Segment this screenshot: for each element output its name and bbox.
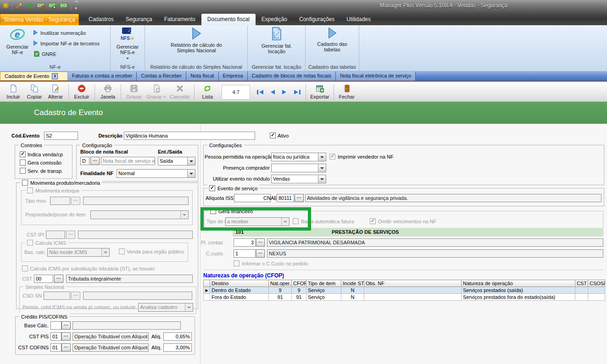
cell-csosn[interactable] <box>588 294 605 301</box>
tab-contas-a-receber[interactable]: Contas a Receber <box>137 72 186 81</box>
movimenta-produto-checkbox[interactable] <box>22 180 28 186</box>
cell-natureza[interactable]: Serviços prestados (saída) <box>462 287 575 294</box>
propriedade-select[interactable] <box>90 210 189 219</box>
ribbon-app-tab[interactable]: Sistema Vendas - Segurança <box>0 14 79 25</box>
tab-empresa[interactable]: Empresa <box>219 72 248 81</box>
previous-record-button[interactable] <box>266 88 278 97</box>
pl-contas-lookup-button[interactable]: ··· <box>256 238 265 247</box>
qat-dropdown-icon[interactable]: ▔▾ <box>75 1 78 11</box>
cell-tipo-item[interactable]: Serviço <box>306 287 341 294</box>
imprimir-vendedor-checkbox[interactable] <box>329 154 335 160</box>
utilizar-modulo-select[interactable]: Vendas <box>271 175 326 183</box>
cell-destino[interactable]: Fora do Estado <box>210 294 269 301</box>
ribbon-tab-expedicao[interactable]: Expedição <box>256 14 293 25</box>
cell-incide-st[interactable]: N <box>341 287 364 294</box>
cancelar-button[interactable]: Cancelar <box>168 83 192 101</box>
cell-destino[interactable]: Dentro do Estado <box>210 287 269 294</box>
cnae-lookup-button[interactable]: ··· <box>295 194 304 202</box>
refresh-icon[interactable] <box>26 2 33 10</box>
alterar-button[interactable]: Alterar <box>45 83 66 101</box>
cell-cfop[interactable]: 9 <box>292 287 306 294</box>
tab-cadastro-blocos-notas[interactable]: Cadastro de blocos de notas fiscais <box>248 72 336 81</box>
cst-ipi-field[interactable] <box>46 231 65 239</box>
cell-cst[interactable] <box>575 294 588 301</box>
cell-incide-st[interactable]: N <box>341 294 364 301</box>
col-tipo-item[interactable]: Tipo de item <box>306 280 341 287</box>
app-icon[interactable]: ✳ <box>2 2 9 10</box>
gravar-button[interactable]: Gravar <box>123 83 145 101</box>
informar-ccusto-checkbox[interactable] <box>234 260 239 266</box>
evento-servico-checkbox[interactable] <box>209 185 215 191</box>
cell-cst[interactable] <box>575 287 588 294</box>
gerenciar-nfse-button[interactable]: NFS-e Gerenciar NFS-e <box>113 27 142 61</box>
c-custo-field[interactable]: 1 <box>234 249 256 258</box>
venda-orgao-publico-checkbox[interactable] <box>119 248 125 254</box>
tab-faturas-contas-receber[interactable]: Faturas e contas a receber <box>68 72 137 81</box>
janela-button[interactable]: Janela <box>97 83 118 101</box>
tab-nfe-servico[interactable]: Nota fiscal eletrônica de serviço <box>336 72 416 81</box>
movimenta-estoque-checkbox[interactable] <box>27 188 33 193</box>
cst-cofins-lookup-button[interactable]: ··· <box>61 343 71 352</box>
col-obs-nf[interactable]: Obs. NF <box>364 280 462 287</box>
incluir-button[interactable]: Incluir <box>3 83 24 101</box>
cst-lookup-button[interactable]: ··· <box>54 275 63 283</box>
gnre-button[interactable]: GNRE <box>33 50 56 58</box>
c-custo-lookup-button[interactable]: ··· <box>256 249 265 258</box>
tipo-mov-lookup-button[interactable]: ··· <box>71 197 80 205</box>
last-record-button[interactable] <box>291 88 303 97</box>
gravar-mais-button[interactable]: Gravar + <box>145 83 168 101</box>
col-csosn[interactable]: CSOSN <box>588 280 605 287</box>
cell-nat-oper[interactable]: 91 <box>269 294 292 301</box>
cod-evento-field[interactable]: S2 <box>44 132 78 140</box>
gera-comissao-checkbox[interactable] <box>20 160 26 165</box>
finalidade-nf-select[interactable]: Normal <box>117 169 195 178</box>
calcula-icms-checkbox[interactable] <box>27 240 33 246</box>
ent-saida-select[interactable]: Saída <box>158 157 195 165</box>
money-remove-icon[interactable] <box>37 2 45 10</box>
fechar-button[interactable]: Fechar <box>336 83 357 101</box>
gerenciar-nfe-button[interactable]: e Gerenciar NF-e <box>4 27 31 55</box>
lista-button[interactable]: Lista <box>197 83 218 101</box>
col-natureza[interactable]: Natureza de operação <box>462 280 575 287</box>
cst-ipi-lookup-button[interactable]: ··· <box>66 231 75 239</box>
col-cst[interactable]: CST <box>575 280 588 287</box>
relatorio-simples-button[interactable]: Relatório de cálculo do Simples Nacional <box>164 27 228 53</box>
col-nat-oper[interactable]: Nat.oper. <box>269 280 292 287</box>
cell-natureza[interactable]: Serviços prestados fora do estado(saída) <box>462 294 575 301</box>
cell-tipo-item[interactable]: Serviço <box>306 294 341 301</box>
cst-cofins-field[interactable]: 01 <box>50 343 61 352</box>
cadastro-tabelas-button[interactable]: Cadastro das tabelas <box>316 27 348 52</box>
pessoa-permitida-select[interactable]: física ou jurídica <box>271 153 326 161</box>
wrench-icon[interactable] <box>16 2 23 10</box>
col-cfop[interactable]: CFOP <box>292 280 306 287</box>
table-row[interactable]: ▶ Dentro do Estado 9 9 Serviço N Serviço… <box>204 287 605 294</box>
cell-obs-nf[interactable] <box>364 294 462 301</box>
cst-pis-field[interactable]: 01 <box>50 332 61 341</box>
excluir-button[interactable]: Excluir <box>71 83 92 101</box>
ribbon-tab-faturamento[interactable]: Faturamento <box>158 14 201 25</box>
cell-csosn[interactable] <box>588 287 605 294</box>
money-icon[interactable] <box>60 2 68 10</box>
money-add-icon[interactable] <box>48 2 56 10</box>
cell-obs-nf[interactable] <box>364 287 462 294</box>
ativo-checkbox[interactable] <box>270 132 276 138</box>
icms-st-checkbox[interactable] <box>22 265 28 271</box>
cell-cfop[interactable]: 91 <box>292 294 306 301</box>
ribbon-tab-cadastros[interactable]: Cadastros <box>83 14 120 25</box>
importar-nfe-button[interactable]: Importar NF-e de terceiros <box>33 39 100 48</box>
first-record-button[interactable] <box>254 88 266 97</box>
ribbon-tab-documento-fiscal[interactable]: Documento fiscal <box>201 14 256 25</box>
tab-nota-fiscal[interactable]: Nota fiscal <box>186 72 218 81</box>
col-destino[interactable]: Destino <box>210 280 269 287</box>
base-calc-field[interactable] <box>50 321 61 330</box>
cst-pis-lookup-button[interactable]: ··· <box>61 332 71 341</box>
bas-calc-select[interactable]: Não incide ICMS <box>47 248 110 257</box>
inutilizar-numeracao-button[interactable]: Inutilizar numeração <box>33 29 86 37</box>
cso-sn-field[interactable] <box>44 292 70 300</box>
cso-sn-lookup-button[interactable]: ··· <box>71 292 80 300</box>
ribbon-tab-configuracoes[interactable]: Configurações <box>293 14 340 25</box>
copiar-button[interactable]: Copiar <box>24 83 45 101</box>
cst-field[interactable]: 00 <box>34 275 53 283</box>
omitir-vencimentos-checkbox[interactable] <box>370 218 376 224</box>
close-tab-icon[interactable]: X <box>52 73 58 79</box>
